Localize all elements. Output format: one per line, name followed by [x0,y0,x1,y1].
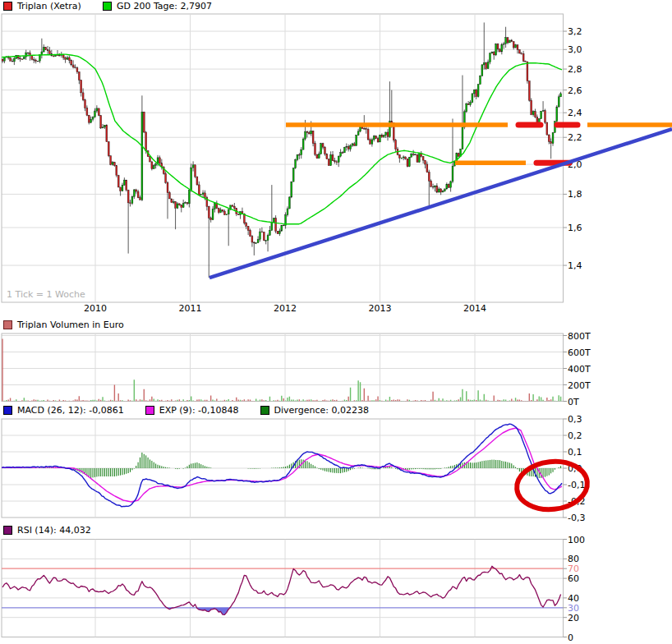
svg-text:400T: 400T [568,364,591,375]
volume-panel: 800T600T400T200T0T [2,331,591,407]
stock-chart: Triplan (Xetra) GD 200 Tage: 2,7907 1 Ti… [0,0,672,644]
svg-text:0,2: 0,2 [568,430,582,441]
svg-text:1,6: 1,6 [568,223,582,233]
svg-text:0T: 0T [568,397,579,407]
svg-text:600T: 600T [568,347,591,358]
volume-bars [2,339,561,402]
svg-text:0,3: 0,3 [568,414,582,425]
chart-plot-canvas: 3,23,02,82,62,42,22,01,81,61,4800T600T40… [0,0,672,644]
svg-text:0,1: 0,1 [568,447,582,458]
svg-text:1,4: 1,4 [568,260,582,271]
svg-text:20: 20 [568,613,579,623]
svg-text:60: 60 [568,573,579,584]
svg-text:-0,3: -0,3 [568,513,585,523]
macd-panel: 0,30,20,10,0-0,1-0,2-0,3 [2,414,590,523]
svg-text:3,0: 3,0 [568,44,582,55]
svg-text:2,6: 2,6 [568,85,582,96]
svg-text:1,8: 1,8 [568,189,582,200]
price-annotations [209,125,672,278]
svg-text:2,4: 2,4 [568,108,582,118]
rsi-panel: 1008070604030200 [2,535,585,643]
svg-text:2,8: 2,8 [568,64,582,75]
price-panel: 3,23,02,82,62,42,22,01,81,61,4 [2,14,672,302]
svg-text:0: 0 [568,632,573,643]
svg-text:200T: 200T [568,380,591,391]
svg-text:3,2: 3,2 [568,26,582,37]
svg-text:-0,1: -0,1 [568,480,585,490]
trendline [209,129,672,278]
gd200-line [2,54,562,224]
svg-text:800T: 800T [568,331,591,342]
svg-text:100: 100 [568,535,585,545]
svg-text:2,2: 2,2 [568,132,582,143]
